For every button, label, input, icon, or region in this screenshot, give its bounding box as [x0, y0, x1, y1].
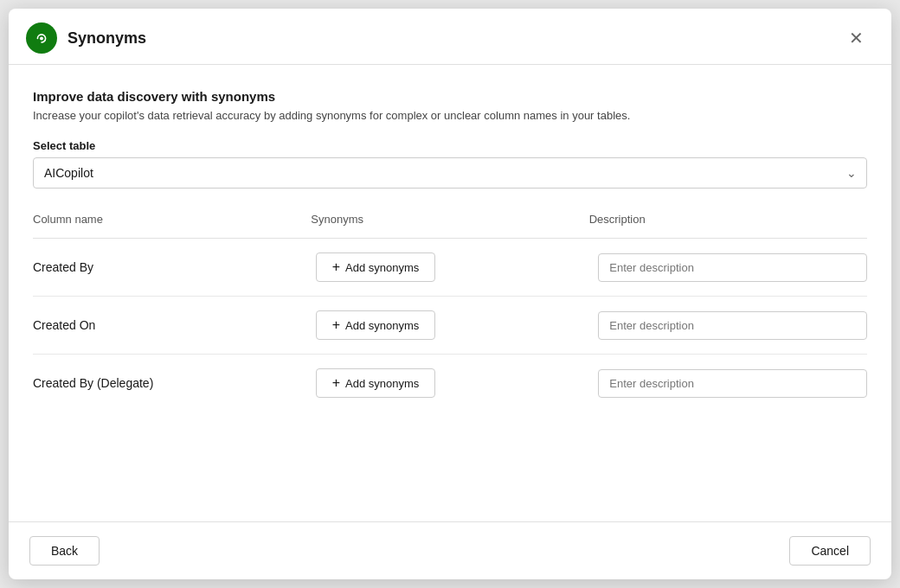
synonyms-cell-2: + Add synonyms: [316, 368, 585, 398]
svg-point-1: [40, 36, 43, 40]
description-input-1[interactable]: [598, 311, 867, 340]
plus-icon: +: [332, 260, 340, 274]
column-name-2: Created By (Delegate): [33, 376, 302, 390]
table-row: Created By (Delegate) + Add synonyms: [33, 355, 867, 405]
section-description: Increase your copilot's data retrieval a…: [33, 109, 867, 122]
back-button[interactable]: Back: [29, 536, 100, 566]
cancel-button[interactable]: Cancel: [789, 536, 871, 566]
description-cell-0: [598, 253, 867, 282]
table-select-wrapper: AICopilot ⌄: [33, 157, 867, 189]
table-select[interactable]: AICopilot: [33, 157, 867, 189]
synonyms-cell-0: + Add synonyms: [316, 252, 585, 282]
col-header-description: Description: [589, 209, 867, 229]
plus-icon: +: [332, 376, 340, 390]
dialog-footer: Back Cancel: [9, 521, 891, 579]
dialog-title: Synonyms: [68, 29, 146, 48]
add-synonyms-label-0: Add synonyms: [345, 261, 419, 274]
description-cell-1: [598, 311, 867, 340]
column-name-0: Created By: [33, 260, 302, 274]
dialog-header: Synonyms ✕: [9, 9, 891, 65]
description-input-2[interactable]: [598, 369, 867, 398]
col-header-name: Column name: [33, 209, 311, 229]
app-icon: [26, 22, 57, 54]
column-name-1: Created On: [33, 318, 302, 332]
add-synonyms-label-1: Add synonyms: [345, 319, 419, 332]
select-label: Select table: [33, 139, 867, 152]
description-input-0[interactable]: [598, 253, 867, 282]
synonyms-dialog: Synonyms ✕ Improve data discovery with s…: [9, 9, 891, 579]
add-synonyms-label-2: Add synonyms: [345, 377, 419, 390]
table-header: Column name Synonyms Description: [33, 209, 867, 239]
dialog-body: Improve data discovery with synonyms Inc…: [9, 65, 891, 521]
close-button[interactable]: ✕: [842, 26, 871, 50]
table-row: Created On + Add synonyms: [33, 297, 867, 355]
plus-icon: +: [332, 318, 340, 332]
table-row: Created By + Add synonyms: [33, 239, 867, 297]
title-row: Synonyms: [26, 22, 146, 54]
add-synonyms-button-1[interactable]: + Add synonyms: [316, 310, 436, 340]
synonyms-cell-1: + Add synonyms: [316, 310, 585, 340]
col-header-synonyms: Synonyms: [311, 209, 588, 229]
description-cell-2: [598, 369, 867, 398]
section-heading: Improve data discovery with synonyms: [33, 89, 867, 104]
add-synonyms-button-2[interactable]: + Add synonyms: [316, 368, 436, 398]
add-synonyms-button-0[interactable]: + Add synonyms: [316, 252, 436, 282]
